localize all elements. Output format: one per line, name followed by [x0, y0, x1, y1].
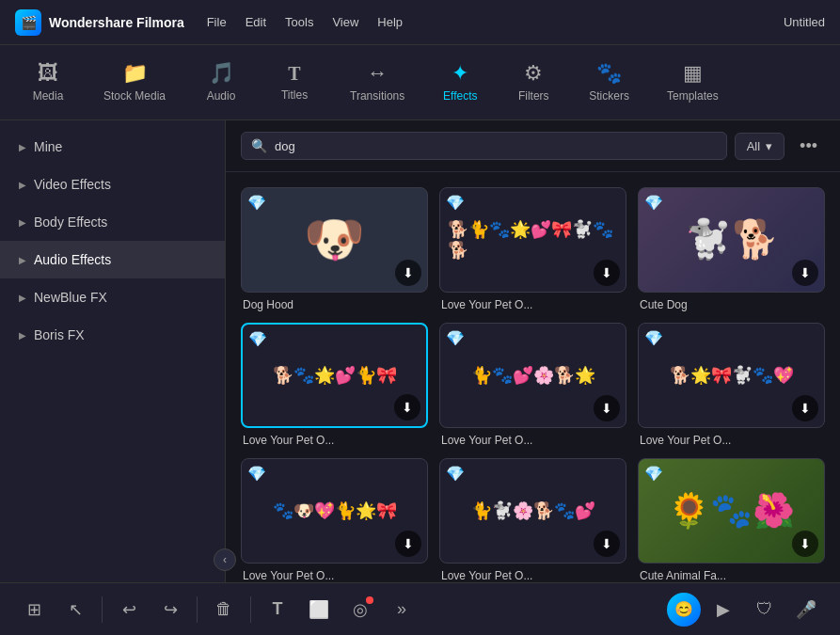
sidebar-item-boris-fx[interactable]: ▶ Boris FX: [0, 316, 225, 354]
tab-effects-label: Effects: [443, 89, 477, 103]
effect-label-love-pet-4: Love Your Pet O...: [638, 434, 825, 447]
tab-filters[interactable]: ⚙ Filters: [500, 56, 566, 110]
download-button-cute-animal[interactable]: ⬇: [792, 531, 818, 557]
effect-label-dog-hood: Dog Hood: [241, 298, 428, 311]
menu-file[interactable]: File: [207, 15, 227, 29]
filter-dropdown[interactable]: All ▾: [735, 133, 785, 160]
effect-card-cute-animal[interactable]: 🌻🐾🌺 💎 ⬇ Cute Animal Fa...: [638, 458, 825, 582]
tab-transitions[interactable]: ↔ Transitions: [335, 56, 420, 110]
menu-view[interactable]: View: [332, 15, 358, 29]
text-tool-button[interactable]: T: [259, 591, 296, 628]
search-input-wrapper[interactable]: 🔍: [241, 132, 727, 160]
more-tools-button[interactable]: »: [383, 591, 420, 628]
chevron-newblue-icon: ▶: [19, 293, 26, 303]
pet4-preview: 🐕🌟🎀🐩🐾💖: [670, 365, 794, 386]
tab-audio-label: Audio: [207, 89, 236, 103]
effect-card-love-pet-1[interactable]: 🐕🐈🐾🌟💕🎀🐩🐾🐕 💎 ⬇ Love Your Pet O...: [439, 187, 626, 311]
play-button[interactable]: ▶: [705, 591, 742, 628]
menu-edit[interactable]: Edit: [246, 15, 266, 29]
download-button-love-pet-4[interactable]: ⬇: [792, 395, 818, 421]
sidebar-item-newblue-fx[interactable]: ▶ NewBlue FX: [0, 278, 225, 316]
download-button-love-pet-1[interactable]: ⬇: [594, 260, 620, 286]
effect-thumb-cute-animal: 🌻🐾🌺 💎 ⬇: [638, 458, 825, 564]
search-input[interactable]: [275, 139, 717, 153]
sidebar-label-audio-effects: Audio Effects: [34, 252, 111, 267]
user-avatar-button[interactable]: 😊: [667, 593, 701, 627]
crop-tool-button[interactable]: ⬜: [300, 591, 338, 628]
sidebar-collapse-button[interactable]: ‹: [214, 548, 236, 571]
pet6-preview: 🐈🐩🌸🐕🐾💕: [471, 500, 595, 521]
tab-effects[interactable]: ✦ Effects: [427, 56, 493, 110]
effect-card-cute-dog[interactable]: 🐩🐕 💎 ⬇ Cute Dog: [638, 187, 825, 311]
effect-label-love-pet-3: Love Your Pet O...: [439, 434, 626, 447]
mic-icon: 🎤: [796, 599, 816, 620]
effect-card-love-pet-5[interactable]: 🐾🐶💖🐈🌟🎀 💎 ⬇ Love Your Pet O...: [241, 458, 428, 582]
premium-badge-love-pet-5: 💎: [247, 465, 266, 483]
record-dot-indicator: [366, 596, 373, 604]
more-options-button[interactable]: •••: [792, 133, 825, 160]
effect-card-love-pet-2[interactable]: 🐕🐾🌟💕🐈🎀 💎 ⬇ Love Your Pet O...: [241, 323, 428, 447]
select-tool-button[interactable]: ↖: [56, 591, 94, 628]
sidebar-item-audio-effects[interactable]: ▶ Audio Effects: [0, 241, 225, 278]
tab-transitions-label: Transitions: [350, 89, 404, 103]
grid-view-button[interactable]: ⊞: [15, 591, 53, 628]
sidebar-item-mine[interactable]: ▶ Mine: [0, 128, 225, 166]
premium-badge-love-pet-3: 💎: [446, 329, 465, 347]
premium-badge-love-pet-1: 💎: [446, 194, 465, 212]
effect-label-love-pet-2: Love Your Pet O...: [241, 434, 428, 447]
premium-badge-cute-dog: 💎: [644, 194, 663, 212]
microphone-button[interactable]: 🎤: [787, 591, 825, 628]
effect-card-dog-hood[interactable]: 🐶 💎 ⬇ Dog Hood: [241, 187, 428, 311]
chevron-audio-icon: ▶: [19, 255, 26, 265]
chevron-boris-icon: ▶: [19, 330, 26, 341]
menu-help[interactable]: Help: [377, 15, 403, 29]
tab-templates-label: Templates: [667, 89, 719, 103]
premium-badge-dog-hood: 💎: [247, 194, 266, 212]
titles-icon: T: [288, 64, 300, 83]
undo-button[interactable]: ↩: [110, 591, 148, 628]
effect-card-love-pet-3[interactable]: 🐈🐾💕🌸🐕🌟 💎 ⬇ Love Your Pet O...: [439, 323, 626, 447]
toolbar-divider-2: [197, 596, 198, 623]
download-button-cute-dog[interactable]: ⬇: [792, 260, 818, 286]
tab-templates[interactable]: ▦ Templates: [652, 56, 734, 110]
chevron-mine-icon: ▶: [19, 142, 26, 152]
tab-stock-media[interactable]: 📁 Stock Media: [88, 56, 181, 110]
tab-titles[interactable]: T Titles: [262, 56, 327, 109]
download-button-dog-hood[interactable]: ⬇: [395, 260, 421, 286]
filters-icon: ⚙: [524, 63, 543, 84]
pet2-preview: 🐕🐾🌟💕🐈🎀: [273, 365, 397, 386]
tab-stickers[interactable]: 🐾 Stickers: [574, 56, 644, 110]
download-button-love-pet-2[interactable]: ⬇: [394, 394, 420, 421]
content-area: 🔍 All ▾ ••• 🐶 💎 ⬇ Dog Hood: [226, 120, 840, 582]
shield-button[interactable]: 🛡: [746, 591, 784, 628]
effect-card-love-pet-4[interactable]: 🐕🌟🎀🐩🐾💖 💎 ⬇ Love Your Pet O...: [638, 323, 825, 447]
sidebar-item-body-effects[interactable]: ▶ Body Effects: [0, 203, 225, 241]
dog-hood-preview: 🐶: [304, 211, 365, 268]
search-bar: 🔍 All ▾ •••: [226, 120, 840, 172]
pet5-preview: 🐾🐶💖🐈🌟🎀: [273, 500, 397, 521]
tab-media[interactable]: 🖼 Media: [15, 56, 81, 110]
menu-tools[interactable]: Tools: [285, 15, 313, 29]
stickers-icon: 🐾: [596, 63, 622, 84]
effect-thumb-love-pet-5: 🐾🐶💖🐈🌟🎀 💎 ⬇: [241, 458, 428, 564]
download-button-love-pet-5[interactable]: ⬇: [395, 531, 421, 557]
delete-button[interactable]: 🗑: [205, 591, 243, 628]
download-button-love-pet-3[interactable]: ⬇: [594, 395, 620, 421]
bottom-toolbar: ⊞ ↖ ↩ ↪ 🗑 T ⬜ ◎ » 😊 ▶ 🛡 🎤: [0, 582, 840, 635]
effects-grid: 🐶 💎 ⬇ Dog Hood 🐕🐈🐾🌟💕🎀🐩🐾🐕 💎 ⬇ Love Your P…: [226, 172, 840, 582]
effect-thumb-cute-dog: 🐩🐕 💎 ⬇: [638, 187, 825, 293]
filter-label: All: [747, 139, 760, 153]
redo-icon: ↪: [164, 599, 178, 620]
tab-stickers-label: Stickers: [589, 89, 629, 103]
redo-button[interactable]: ↪: [151, 591, 189, 628]
effect-thumb-dog-hood: 🐶 💎 ⬇: [241, 187, 428, 293]
tab-audio[interactable]: 🎵 Audio: [188, 56, 254, 110]
effect-label-cute-dog: Cute Dog: [638, 298, 825, 311]
download-button-love-pet-6[interactable]: ⬇: [594, 531, 620, 557]
sidebar-label-newblue-fx: NewBlue FX: [34, 290, 107, 305]
sidebar-item-video-effects[interactable]: ▶ Video Effects: [0, 166, 225, 203]
sticker-tool-button[interactable]: ◎: [341, 591, 379, 628]
effect-label-love-pet-1: Love Your Pet O...: [439, 298, 626, 311]
templates-icon: ▦: [683, 63, 703, 84]
effect-card-love-pet-6[interactable]: 🐈🐩🌸🐕🐾💕 💎 ⬇ Love Your Pet O...: [439, 458, 626, 582]
